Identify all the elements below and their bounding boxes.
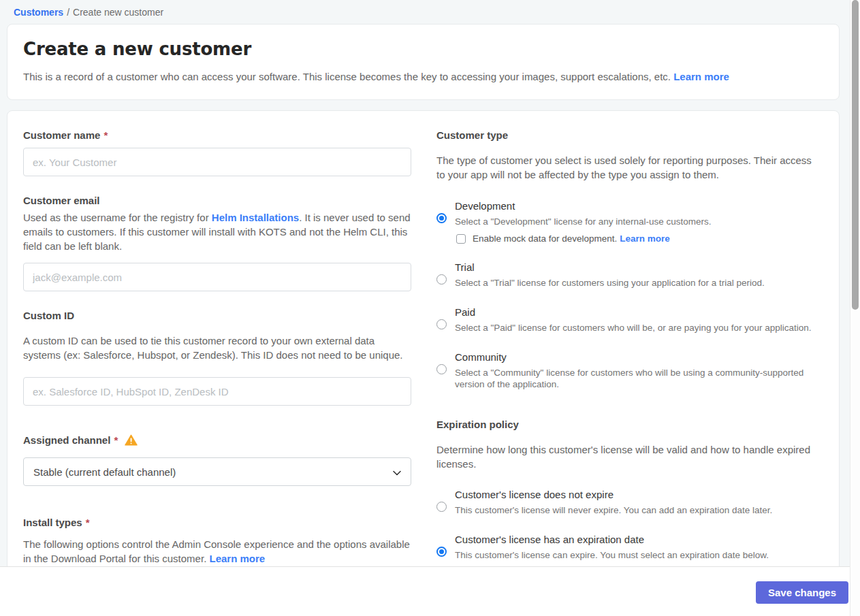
assigned-channel-selected-value: Stable (current default channel)	[33, 466, 176, 478]
chevron-down-icon	[393, 466, 401, 478]
radio-col	[436, 351, 455, 390]
option-content: Customer's license does not expire This …	[455, 489, 772, 516]
customer-email-desc-before: Used as the username for the registry fo…	[23, 212, 212, 223]
paid-option-description: Select a "Paid" license for customers wh…	[455, 322, 812, 334]
community-option-label[interactable]: Community	[455, 351, 813, 363]
customer-form-card: Customer name * Customer email Used as t…	[7, 110, 840, 616]
scrollbar[interactable]	[850, 0, 860, 616]
page-description-text: This is a record of a customer who can a…	[23, 71, 671, 82]
paid-radio[interactable]	[436, 319, 447, 329]
customer-email-label: Customer email	[23, 195, 411, 206]
option-content: Development Select a "Development" licen…	[455, 200, 712, 244]
install-types-learn-more-link[interactable]: Learn more	[209, 553, 265, 564]
form-right-column: Customer type The type of customer you s…	[436, 129, 813, 586]
expiration-policy-heading: Expiration policy	[436, 419, 813, 430]
page-description: This is a record of a customer who can a…	[23, 69, 823, 84]
trial-radio[interactable]	[436, 274, 447, 285]
has-expiration-option-label[interactable]: Customer's license has an expiration dat…	[455, 534, 769, 545]
scrollbar-thumb[interactable]	[852, 0, 859, 310]
no-expire-option-label[interactable]: Customer's license does not expire	[455, 489, 772, 500]
breadcrumb-separator: /	[67, 7, 69, 18]
expiration-policy-description: Determine how long this customer's licen…	[436, 442, 813, 471]
mock-data-checkbox-row: Enable mock data for development. Learn …	[456, 233, 712, 244]
install-types-label: Install types *	[23, 517, 411, 528]
radio-col	[436, 489, 455, 516]
helm-installations-link[interactable]: Helm Installations	[212, 212, 299, 223]
radio-col	[436, 200, 455, 244]
customer-type-option-paid: Paid Select a "Paid" license for custome…	[436, 306, 813, 334]
mock-data-learn-more-link[interactable]: Learn more	[620, 233, 670, 244]
development-option-description: Select a "Development" license for any i…	[455, 216, 712, 227]
required-asterisk: *	[103, 129, 108, 141]
has-expiration-radio[interactable]	[436, 547, 447, 557]
no-expire-radio[interactable]	[436, 502, 447, 512]
community-option-description: Select a "Community" license for custome…	[455, 367, 813, 390]
trial-option-description: Select a "Trial" license for customers u…	[455, 277, 765, 289]
assigned-channel-label-text: Assigned channel	[23, 434, 110, 446]
expiration-option-no-expire: Customer's license does not expire This …	[436, 489, 813, 516]
required-asterisk: *	[114, 434, 118, 446]
has-expiration-option-description: This customer's license can expire. You …	[455, 549, 769, 561]
option-content: Community Select a "Community" license f…	[455, 351, 813, 390]
option-content: Trial Select a "Trial" license for custo…	[455, 261, 765, 289]
radio-col	[436, 534, 455, 561]
custom-id-label: Custom ID	[23, 310, 411, 321]
option-content: Customer's license has an expiration dat…	[455, 534, 769, 561]
paid-option-label[interactable]: Paid	[455, 306, 812, 318]
mock-data-checkbox-label[interactable]: Enable mock data for development. Learn …	[473, 233, 670, 244]
custom-id-description: A custom ID can be used to tie this cust…	[23, 334, 411, 362]
customer-type-heading: Customer type	[436, 129, 813, 141]
install-types-description: The following options control the Admin …	[23, 537, 411, 566]
breadcrumb-customers-link[interactable]: Customers	[14, 7, 63, 18]
mock-data-checkbox[interactable]	[456, 234, 466, 244]
required-asterisk: *	[86, 517, 90, 528]
custom-id-label-text: Custom ID	[23, 310, 74, 321]
breadcrumb: Customers/Create new customer	[0, 0, 860, 24]
customer-email-description: Used as the username for the registry fo…	[23, 210, 411, 253]
page-title: Create a new customer	[23, 39, 823, 59]
radio-col	[436, 261, 455, 289]
customer-email-label-text: Customer email	[23, 195, 100, 206]
customer-email-input[interactable]	[23, 263, 411, 291]
customer-name-label: Customer name *	[23, 129, 411, 141]
community-radio[interactable]	[436, 364, 447, 374]
no-expire-option-description: This customer's license will never expir…	[455, 504, 772, 516]
customer-type-option-trial: Trial Select a "Trial" license for custo…	[436, 261, 813, 289]
custom-id-input[interactable]	[23, 377, 411, 406]
trial-option-label[interactable]: Trial	[455, 261, 765, 273]
customer-type-option-development: Development Select a "Development" licen…	[436, 200, 813, 244]
assigned-channel-select[interactable]: Stable (current default channel)	[23, 457, 411, 486]
warning-icon	[125, 434, 138, 446]
development-option-label[interactable]: Development	[455, 200, 712, 212]
save-changes-button[interactable]: Save changes	[756, 581, 848, 604]
customer-type-option-community: Community Select a "Community" license f…	[436, 351, 813, 390]
customer-type-description: The type of customer you select is used …	[436, 153, 813, 182]
install-types-label-text: Install types	[23, 517, 82, 528]
assigned-channel-label: Assigned channel *	[23, 434, 411, 446]
expiration-option-has-date: Customer's license has an expiration dat…	[436, 534, 813, 561]
radio-col	[436, 306, 455, 334]
development-radio[interactable]	[436, 213, 447, 223]
breadcrumb-current: Create new customer	[73, 7, 163, 18]
customer-name-label-text: Customer name	[23, 129, 100, 141]
form-left-column: Customer name * Customer email Used as t…	[23, 129, 411, 586]
header-learn-more-link[interactable]: Learn more	[673, 71, 729, 82]
customer-name-input[interactable]	[23, 148, 411, 176]
footer-bar: Save changes	[0, 566, 860, 616]
page-header-card: Create a new customer This is a record o…	[7, 24, 840, 100]
mock-data-label-text: Enable mock data for development.	[473, 233, 617, 244]
option-content: Paid Select a "Paid" license for custome…	[455, 306, 812, 334]
